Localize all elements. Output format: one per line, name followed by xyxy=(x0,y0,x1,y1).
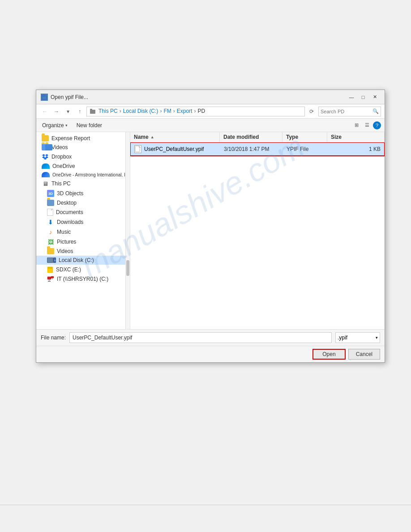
sidebar-item-local-disk[interactable]: Local Disk (C:) xyxy=(36,256,125,265)
computer-icon: 🖥 xyxy=(42,180,49,187)
col-name-label: Name xyxy=(134,134,149,140)
col-size-header[interactable]: Size xyxy=(327,132,385,142)
sidebar-item-onedrive-armstrong[interactable]: OneDrive - Armstrong International, Inc. xyxy=(36,171,125,179)
onedrive-icon xyxy=(42,163,50,169)
filter-dropdown[interactable]: .ypif ▾ xyxy=(335,332,380,343)
sidebar-label: Music xyxy=(57,229,71,235)
file-row-size: 1 KB xyxy=(328,145,384,154)
music-icon: ♪ xyxy=(47,228,54,236)
sidebar-item-sdxc[interactable]: SDXC (E:) xyxy=(36,265,125,275)
svg-rect-3 xyxy=(90,109,92,110)
breadcrumb-fm[interactable]: FM xyxy=(163,108,171,114)
view-controls: ⊞ ☰ ? xyxy=(351,120,381,130)
view-grid-button[interactable]: ⊞ xyxy=(351,120,361,130)
svg-rect-13 xyxy=(51,276,54,278)
folder-icon xyxy=(47,248,54,254)
sidebar-label: Expense Report xyxy=(51,135,90,142)
download-icon: ⬇ xyxy=(47,219,54,226)
file-list-header: Name ▲ Date modified Type Size xyxy=(130,132,385,142)
title-controls: — □ ✕ xyxy=(346,93,380,102)
sidebar-scrollbar[interactable] xyxy=(126,132,130,329)
file-row-name: UserPC_DefaultUser.ypif xyxy=(131,144,220,154)
col-type-header[interactable]: Type xyxy=(283,132,327,142)
folder-icon xyxy=(47,200,54,206)
search-input[interactable] xyxy=(321,109,372,114)
recent-locations-button[interactable]: ▾ xyxy=(63,107,73,116)
sidebar-item-desktop[interactable]: Desktop xyxy=(36,198,125,207)
folder-icon xyxy=(45,144,52,150)
open-button[interactable]: Open xyxy=(313,349,345,360)
sidebar-item-documents[interactable]: Documents xyxy=(36,207,125,217)
sidebar-item-dropbox[interactable]: Dropbox xyxy=(36,152,125,162)
breadcrumb-local-disk[interactable]: Local Disk (C:) xyxy=(123,108,158,114)
3d-icon: 3D xyxy=(47,190,54,197)
folder-icon xyxy=(42,135,49,142)
address-path[interactable]: This PC › Local Disk (C:) › FM › Export … xyxy=(86,107,305,116)
network-icon xyxy=(47,276,54,282)
sidebar-item-expense-report[interactable]: Expense Report xyxy=(36,134,125,143)
forward-button[interactable]: → xyxy=(51,107,61,116)
organize-button[interactable]: Organize ▾ xyxy=(40,121,70,130)
sidebar-label: IT (\\SHRSYR01) (C:) xyxy=(57,276,108,282)
organize-chevron: ▾ xyxy=(65,123,68,128)
breadcrumb-this-pc[interactable]: This PC xyxy=(98,108,118,114)
dialog-app-icon xyxy=(41,94,48,101)
sort-icon: ▲ xyxy=(150,135,154,139)
sdcard-icon xyxy=(47,266,53,273)
col-size-label: Size xyxy=(331,134,342,140)
file-name: UserPC_DefaultUser.ypif xyxy=(144,146,204,152)
maximize-button[interactable]: □ xyxy=(358,93,368,102)
col-name-header[interactable]: Name ▲ xyxy=(130,132,220,142)
sidebar-label: Documents xyxy=(56,209,83,215)
sidebar-item-it-network[interactable]: IT (\\SHRSYR01) (C:) xyxy=(36,275,125,283)
sidebar-item-videos[interactable]: Videos xyxy=(36,247,125,256)
sidebar-item-onedrive[interactable]: OneDrive xyxy=(36,162,125,171)
docs-icon xyxy=(47,209,53,216)
sidebar-item-3d-objects[interactable]: 3D 3D Objects xyxy=(36,189,125,198)
pictures-icon: 🖼 xyxy=(47,238,54,245)
sidebar: Expense Report Videos Dropbox xyxy=(36,132,126,329)
new-folder-button[interactable]: New folder xyxy=(74,121,104,130)
col-date-header[interactable]: Date modified xyxy=(220,132,283,142)
up-button[interactable]: ↑ xyxy=(75,107,85,116)
svg-rect-12 xyxy=(48,281,51,282)
sidebar-item-pictures[interactable]: 🖼 Pictures xyxy=(36,237,125,247)
file-row[interactable]: UserPC_DefaultUser.ypif 3/10/2018 1:47 P… xyxy=(130,142,385,156)
help-button[interactable]: ? xyxy=(373,121,381,129)
minimize-button[interactable]: — xyxy=(346,93,357,102)
breadcrumb-pd: PD xyxy=(197,108,205,114)
dropbox-icon xyxy=(42,153,49,160)
file-row-date: 3/10/2018 1:47 PM xyxy=(220,145,283,154)
refresh-button[interactable]: ⟳ xyxy=(307,107,317,116)
file-name-label: File name: xyxy=(41,335,66,341)
cancel-button[interactable]: Cancel xyxy=(348,349,380,360)
sidebar-label: Downloads xyxy=(57,219,83,225)
sidebar-item-this-pc[interactable]: 🖥 This PC xyxy=(36,179,125,189)
toolbar: Organize ▾ New folder ⊞ ☰ ? xyxy=(36,119,385,132)
dialog-title: Open ypif File... xyxy=(51,94,88,100)
sidebar-label: SDXC (E:) xyxy=(56,266,81,273)
sidebar-label: OneDrive xyxy=(52,163,75,169)
view-list-button[interactable]: ☰ xyxy=(362,120,372,130)
sidebar-label: Videos xyxy=(51,144,68,150)
file-list: Name ▲ Date modified Type Size xyxy=(130,132,385,329)
sidebar-label: Pictures xyxy=(57,239,76,245)
col-type-label: Type xyxy=(286,134,298,140)
sidebar-item-downloads[interactable]: ⬇ Downloads xyxy=(36,217,125,227)
sidebar-label: 3D Objects xyxy=(57,190,83,197)
address-bar: ← → ▾ ↑ This PC › Local Disk (C:) › FM xyxy=(36,104,385,119)
sidebar-label: Local Disk (C:) xyxy=(59,257,94,263)
breadcrumb-export[interactable]: Export xyxy=(177,108,193,114)
sidebar-label: Desktop xyxy=(57,200,77,206)
organize-label: Organize xyxy=(42,122,64,129)
close-button[interactable]: ✕ xyxy=(369,93,380,102)
new-folder-label: New folder xyxy=(77,122,102,129)
filter-chevron: ▾ xyxy=(376,335,378,340)
sidebar-label: Dropbox xyxy=(51,154,72,160)
file-name-input[interactable] xyxy=(69,332,332,343)
ypif-file-icon xyxy=(134,145,141,153)
sidebar-item-videos-top[interactable]: Videos xyxy=(36,143,125,152)
sidebar-item-music[interactable]: ♪ Music xyxy=(36,227,125,237)
back-button[interactable]: ← xyxy=(40,107,50,116)
svg-rect-10 xyxy=(47,277,51,279)
